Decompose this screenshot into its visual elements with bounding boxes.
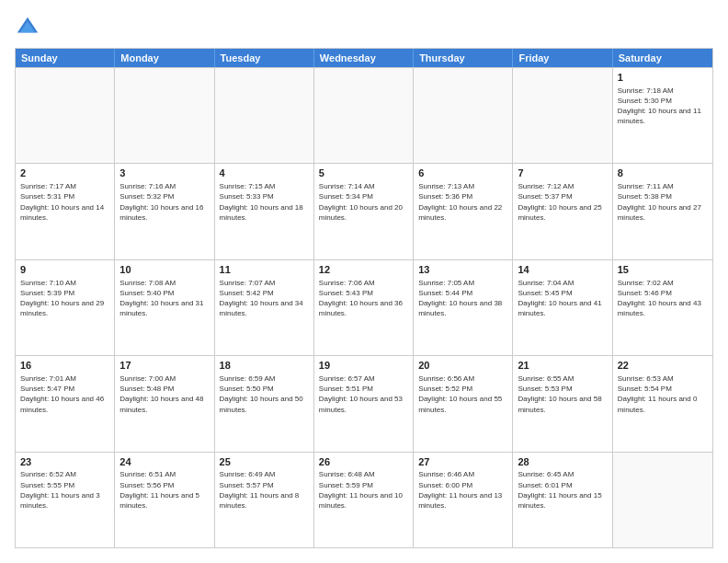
- page: SundayMondayTuesdayWednesdayThursdayFrid…: [0, 0, 728, 563]
- weekday-header-wednesday: Wednesday: [314, 49, 414, 67]
- calendar-day-empty-0-2: [215, 68, 314, 163]
- calendar-day-8: 8Sunrise: 7:11 AM Sunset: 5:38 PM Daylig…: [613, 164, 712, 259]
- day-info: Sunrise: 6:56 AM Sunset: 5:52 PM Dayligh…: [418, 373, 507, 415]
- day-info: Sunrise: 6:48 AM Sunset: 5:59 PM Dayligh…: [319, 469, 408, 511]
- calendar-day-23: 23Sunrise: 6:52 AM Sunset: 5:55 PM Dayli…: [16, 453, 115, 547]
- calendar-day-15: 15Sunrise: 7:02 AM Sunset: 5:46 PM Dayli…: [613, 260, 712, 355]
- day-info: Sunrise: 6:46 AM Sunset: 6:00 PM Dayligh…: [418, 469, 507, 511]
- day-info: Sunrise: 7:15 AM Sunset: 5:33 PM Dayligh…: [220, 181, 309, 223]
- day-number: 26: [319, 455, 408, 469]
- day-info: Sunrise: 6:49 AM Sunset: 5:57 PM Dayligh…: [220, 469, 309, 511]
- calendar: SundayMondayTuesdayWednesdayThursdayFrid…: [15, 48, 713, 548]
- day-number: 7: [518, 167, 607, 180]
- calendar-day-3: 3Sunrise: 7:16 AM Sunset: 5:32 PM Daylig…: [115, 164, 214, 259]
- calendar-day-19: 19Sunrise: 6:57 AM Sunset: 5:51 PM Dayli…: [314, 356, 414, 451]
- calendar-day-24: 24Sunrise: 6:51 AM Sunset: 5:56 PM Dayli…: [115, 453, 214, 547]
- day-number: 20: [418, 359, 507, 373]
- day-number: 9: [20, 263, 109, 277]
- day-number: 15: [618, 263, 708, 277]
- header: [15, 15, 713, 40]
- day-number: 21: [518, 359, 607, 373]
- weekday-header-monday: Monday: [115, 49, 214, 67]
- calendar-day-22: 22Sunrise: 6:53 AM Sunset: 5:54 PM Dayli…: [613, 356, 712, 451]
- day-info: Sunrise: 7:12 AM Sunset: 5:37 PM Dayligh…: [518, 181, 607, 223]
- calendar-day-empty-0-0: [16, 68, 115, 163]
- calendar-row-1: 2Sunrise: 7:17 AM Sunset: 5:31 PM Daylig…: [16, 163, 712, 259]
- calendar-day-7: 7Sunrise: 7:12 AM Sunset: 5:37 PM Daylig…: [513, 164, 612, 259]
- day-number: 19: [319, 359, 408, 373]
- weekday-header-saturday: Saturday: [613, 49, 712, 67]
- day-info: Sunrise: 7:18 AM Sunset: 5:30 PM Dayligh…: [618, 86, 708, 127]
- weekday-header-thursday: Thursday: [414, 49, 513, 67]
- day-number: 12: [319, 263, 408, 277]
- calendar-row-4: 23Sunrise: 6:52 AM Sunset: 5:55 PM Dayli…: [16, 452, 712, 547]
- day-number: 23: [20, 455, 109, 469]
- day-number: 5: [319, 167, 408, 180]
- day-number: 6: [418, 167, 507, 180]
- calendar-day-27: 27Sunrise: 6:46 AM Sunset: 6:00 PM Dayli…: [414, 453, 513, 547]
- calendar-day-25: 25Sunrise: 6:49 AM Sunset: 5:57 PM Dayli…: [215, 453, 314, 547]
- calendar-header: SundayMondayTuesdayWednesdayThursdayFrid…: [16, 49, 712, 67]
- day-info: Sunrise: 6:52 AM Sunset: 5:55 PM Dayligh…: [20, 469, 109, 511]
- day-info: Sunrise: 6:57 AM Sunset: 5:51 PM Dayligh…: [319, 373, 408, 415]
- weekday-header-friday: Friday: [513, 49, 612, 67]
- day-info: Sunrise: 7:14 AM Sunset: 5:34 PM Dayligh…: [319, 181, 408, 223]
- day-info: Sunrise: 7:08 AM Sunset: 5:40 PM Dayligh…: [119, 278, 209, 319]
- calendar-day-1: 1Sunrise: 7:18 AM Sunset: 5:30 PM Daylig…: [613, 68, 712, 163]
- day-info: Sunrise: 7:02 AM Sunset: 5:46 PM Dayligh…: [618, 278, 708, 319]
- calendar-day-6: 6Sunrise: 7:13 AM Sunset: 5:36 PM Daylig…: [414, 164, 513, 259]
- calendar-day-empty-0-4: [414, 68, 513, 163]
- day-number: 17: [119, 359, 209, 373]
- calendar-day-26: 26Sunrise: 6:48 AM Sunset: 5:59 PM Dayli…: [314, 453, 414, 547]
- day-number: 4: [220, 167, 309, 180]
- day-info: Sunrise: 6:59 AM Sunset: 5:50 PM Dayligh…: [220, 373, 309, 415]
- calendar-day-12: 12Sunrise: 7:06 AM Sunset: 5:43 PM Dayli…: [314, 260, 414, 355]
- day-number: 11: [220, 263, 309, 277]
- calendar-day-empty-0-1: [115, 68, 214, 163]
- day-number: 3: [119, 167, 209, 180]
- day-info: Sunrise: 7:10 AM Sunset: 5:39 PM Dayligh…: [20, 278, 109, 319]
- calendar-body: 1Sunrise: 7:18 AM Sunset: 5:30 PM Daylig…: [16, 67, 712, 547]
- day-info: Sunrise: 7:13 AM Sunset: 5:36 PM Dayligh…: [418, 181, 507, 223]
- calendar-day-empty-0-3: [314, 68, 414, 163]
- day-info: Sunrise: 6:55 AM Sunset: 5:53 PM Dayligh…: [518, 373, 607, 415]
- day-info: Sunrise: 7:16 AM Sunset: 5:32 PM Dayligh…: [119, 181, 209, 223]
- day-info: Sunrise: 6:51 AM Sunset: 5:56 PM Dayligh…: [119, 469, 209, 511]
- calendar-day-4: 4Sunrise: 7:15 AM Sunset: 5:33 PM Daylig…: [215, 164, 314, 259]
- day-info: Sunrise: 7:01 AM Sunset: 5:47 PM Dayligh…: [20, 373, 109, 415]
- calendar-day-18: 18Sunrise: 6:59 AM Sunset: 5:50 PM Dayli…: [215, 356, 314, 451]
- day-number: 10: [119, 263, 209, 277]
- calendar-day-empty-4-6: [613, 453, 712, 547]
- calendar-day-11: 11Sunrise: 7:07 AM Sunset: 5:42 PM Dayli…: [215, 260, 314, 355]
- day-number: 25: [220, 455, 309, 469]
- day-info: Sunrise: 7:06 AM Sunset: 5:43 PM Dayligh…: [319, 278, 408, 319]
- day-info: Sunrise: 7:07 AM Sunset: 5:42 PM Dayligh…: [220, 278, 309, 319]
- day-number: 14: [518, 263, 607, 277]
- logo-icon: [15, 15, 40, 40]
- day-number: 16: [20, 359, 109, 373]
- calendar-row-0: 1Sunrise: 7:18 AM Sunset: 5:30 PM Daylig…: [16, 67, 712, 163]
- day-number: 22: [618, 359, 708, 373]
- day-number: 2: [20, 167, 109, 180]
- calendar-day-13: 13Sunrise: 7:05 AM Sunset: 5:44 PM Dayli…: [414, 260, 513, 355]
- day-info: Sunrise: 7:05 AM Sunset: 5:44 PM Dayligh…: [418, 278, 507, 319]
- day-info: Sunrise: 7:17 AM Sunset: 5:31 PM Dayligh…: [20, 181, 109, 223]
- day-info: Sunrise: 6:45 AM Sunset: 6:01 PM Dayligh…: [518, 469, 607, 511]
- day-info: Sunrise: 7:11 AM Sunset: 5:38 PM Dayligh…: [618, 181, 708, 223]
- day-number: 27: [418, 455, 507, 469]
- day-info: Sunrise: 7:00 AM Sunset: 5:48 PM Dayligh…: [119, 373, 209, 415]
- calendar-day-5: 5Sunrise: 7:14 AM Sunset: 5:34 PM Daylig…: [314, 164, 414, 259]
- calendar-day-21: 21Sunrise: 6:55 AM Sunset: 5:53 PM Dayli…: [513, 356, 612, 451]
- calendar-day-20: 20Sunrise: 6:56 AM Sunset: 5:52 PM Dayli…: [414, 356, 513, 451]
- day-number: 24: [119, 455, 209, 469]
- calendar-day-17: 17Sunrise: 7:00 AM Sunset: 5:48 PM Dayli…: [115, 356, 214, 451]
- logo: [15, 15, 44, 40]
- calendar-day-14: 14Sunrise: 7:04 AM Sunset: 5:45 PM Dayli…: [513, 260, 612, 355]
- calendar-day-10: 10Sunrise: 7:08 AM Sunset: 5:40 PM Dayli…: [115, 260, 214, 355]
- day-number: 8: [618, 167, 708, 180]
- weekday-header-sunday: Sunday: [16, 49, 115, 67]
- calendar-day-16: 16Sunrise: 7:01 AM Sunset: 5:47 PM Dayli…: [16, 356, 115, 451]
- calendar-day-2: 2Sunrise: 7:17 AM Sunset: 5:31 PM Daylig…: [16, 164, 115, 259]
- calendar-day-empty-0-5: [513, 68, 612, 163]
- day-number: 18: [220, 359, 309, 373]
